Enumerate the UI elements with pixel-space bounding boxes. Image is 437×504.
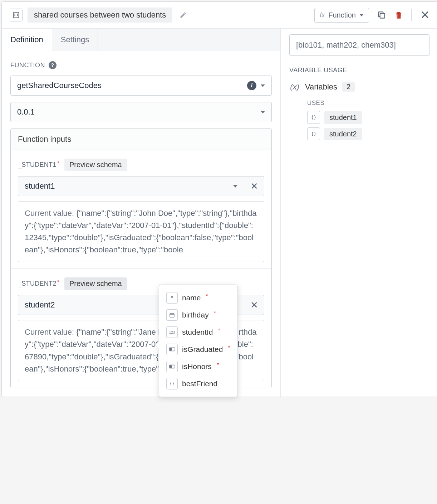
required-marker: *	[214, 310, 216, 317]
use-variable-name: student2	[324, 128, 362, 140]
field-name: isGraduated	[182, 345, 223, 354]
required-marker: *	[218, 328, 220, 334]
field-type-icon	[166, 344, 178, 355]
schema-popover: ”name*birthday*123studentId*isGraduated*…	[159, 285, 238, 397]
field-type-icon: 123	[166, 326, 178, 338]
svg-rect-6	[170, 365, 172, 368]
preview-schema-button-2[interactable]: Preview schema	[64, 277, 127, 290]
uses-label: USES	[307, 100, 429, 107]
variable-usage-title: VARIABLE USAGE	[289, 67, 429, 74]
fx-icon: fx	[320, 11, 325, 19]
field-name: studentId	[182, 328, 213, 336]
schema-field-item[interactable]: isHonors*	[163, 358, 234, 375]
definition-content: FUNCTION ? getSharedCourseCodes i 0.0.1 …	[2, 51, 280, 397]
schema-field-item[interactable]: birthday*	[163, 306, 234, 324]
schema-field-item[interactable]: ”name*	[163, 289, 234, 306]
clear-variable-1[interactable]: ✕	[244, 176, 264, 196]
chevron-down-icon	[261, 111, 265, 113]
page-title: shared courses between two students	[28, 8, 172, 23]
svg-rect-2	[170, 313, 174, 317]
use-row-1[interactable]: student1	[307, 111, 429, 124]
function-section-label: FUNCTION ?	[10, 61, 272, 69]
edit-title-icon[interactable]	[177, 9, 189, 21]
variables-label: Variables	[305, 82, 337, 92]
field-name: isHonors	[182, 362, 212, 371]
header-right: fx Function ✕	[314, 8, 430, 23]
tab-definition[interactable]: Definition	[2, 29, 52, 51]
field-type-icon	[166, 309, 178, 321]
svg-rect-0	[14, 13, 19, 18]
field-type-icon: ”	[166, 292, 178, 304]
field-type-icon	[166, 361, 178, 372]
function-type-label: Function	[328, 11, 356, 19]
field-name: bestFriend	[182, 379, 217, 388]
function-type-dropdown[interactable]: fx Function	[314, 8, 369, 23]
tabs: Definition Settings	[2, 29, 280, 51]
variable-icon: (x)	[289, 82, 300, 92]
chevron-down-icon	[261, 84, 265, 87]
right-column: [bio101, math202, chem303] VARIABLE USAG…	[281, 29, 437, 397]
function-name-select[interactable]: getSharedCourseCodes i	[10, 76, 272, 96]
input-label-1: _STUDENT1*	[18, 161, 59, 169]
tab-filler	[98, 29, 280, 51]
required-marker: *	[217, 362, 219, 368]
duplicate-icon[interactable]	[377, 10, 386, 20]
divider	[411, 9, 412, 21]
schema-field-item[interactable]: 123studentId*	[163, 324, 234, 341]
function-inputs-header: Function inputs	[11, 129, 271, 150]
chevron-down-icon	[359, 14, 364, 16]
field-type-icon	[166, 378, 178, 389]
clear-variable-2[interactable]: ✕	[244, 295, 264, 315]
schema-field-item[interactable]: isGraduated*	[163, 341, 234, 358]
required-marker: *	[228, 345, 230, 351]
field-name: birthday	[182, 311, 209, 319]
use-row-2[interactable]: student2	[307, 127, 429, 140]
required-marker: *	[206, 293, 208, 300]
schema-field-item[interactable]: bestFriend	[163, 375, 234, 392]
use-variable-name: student1	[324, 111, 362, 124]
info-icon[interactable]: i	[247, 81, 256, 90]
tab-settings[interactable]: Settings	[52, 29, 98, 51]
variables-header: (x) Variables 2	[289, 82, 429, 92]
delete-icon[interactable]	[394, 10, 403, 20]
output-preview: [bio101, math202, chem303]	[289, 34, 429, 56]
function-name-value: getSharedCourseCodes	[17, 81, 102, 90]
current-value-1: Current value: {"name":{"string":"John D…	[18, 201, 264, 262]
function-version-select[interactable]: 0.0.1	[10, 102, 272, 122]
variable-select-1[interactable]: student1	[18, 176, 244, 196]
help-icon[interactable]: ?	[49, 61, 57, 69]
left-column: Definition Settings FUNCTION ? getShared…	[2, 29, 281, 397]
object-type-icon	[307, 127, 320, 140]
variables-count: 2	[342, 82, 355, 92]
function-version-value: 0.0.1	[17, 107, 35, 117]
header-left: shared courses between two students	[10, 8, 189, 23]
chevron-down-icon	[233, 185, 237, 188]
input-block-student1: _STUDENT1* Preview schema student1 ✕ Cur…	[11, 150, 271, 269]
close-icon[interactable]: ✕	[419, 10, 430, 20]
svg-rect-1	[380, 14, 385, 18]
preview-schema-button-1[interactable]: Preview schema	[64, 159, 127, 171]
field-name: name	[182, 294, 201, 302]
object-type-icon	[307, 111, 320, 124]
function-node-icon[interactable]	[10, 9, 23, 21]
svg-rect-4	[170, 348, 172, 350]
input-label-2: _STUDENT2*	[18, 280, 59, 287]
header: shared courses between two students fx F…	[2, 2, 437, 29]
